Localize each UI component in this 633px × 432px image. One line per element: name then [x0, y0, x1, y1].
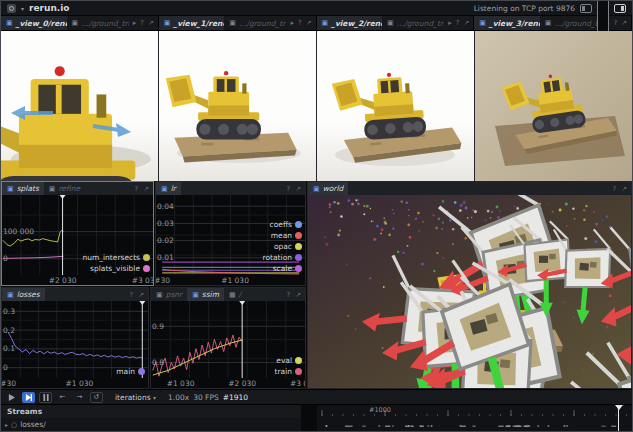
help-icon[interactable]: ? — [298, 19, 302, 27]
panel-metrics[interactable]: ▣psnr▣ssim▦/ ? ↗ 0.90.8#1 030#2 030#3 03… — [150, 287, 306, 389]
legend-color-dot — [295, 221, 302, 228]
tab-view-3-render[interactable]: ▣ _view_3/render — [474, 16, 540, 30]
legend-item-mean[interactable]: mean — [271, 231, 302, 240]
help-icon[interactable]: ? — [286, 185, 290, 193]
tab-lr[interactable]: ▣ lr — [156, 182, 181, 195]
tab-view-2-ground-truth[interactable]: ▣ …/ground_truth — [382, 16, 444, 30]
maximize-icon[interactable]: ↗ — [621, 19, 627, 27]
legend-item-scale[interactable]: scale — [273, 264, 302, 273]
menu-caret-icon[interactable]: ▾ — [21, 5, 24, 12]
playhead-marker[interactable] — [615, 405, 623, 410]
legend-item-rotation[interactable]: rotation — [263, 253, 302, 262]
help-icon[interactable]: ? — [129, 291, 133, 299]
tab-refine[interactable]: ▣refine — [44, 182, 85, 195]
tab-slash[interactable]: ▦/ — [224, 288, 246, 301]
view-0-render-image[interactable] — [1, 31, 159, 181]
legend-item-eval[interactable]: eval — [276, 356, 302, 365]
view-2d-icon: ▣ — [387, 19, 394, 27]
legend-item-opac[interactable]: opac — [274, 242, 302, 251]
tab-ssim[interactable]: ▣ssim — [187, 288, 224, 301]
toggle-right-panel-icon[interactable] — [614, 4, 626, 13]
legend-item-train[interactable]: train — [275, 367, 302, 376]
toggle-left-panel-icon[interactable] — [580, 4, 592, 13]
tab-view-2-render[interactable]: ▣ _view_2/render — [317, 16, 383, 30]
svg-text:0.2: 0.2 — [3, 326, 15, 335]
panel-world[interactable]: ▣ world ? ↗ — [307, 181, 632, 389]
help-icon[interactable]: ? — [456, 19, 460, 27]
expand-chevron-icon[interactable]: ▸ — [5, 421, 8, 428]
maximize-icon[interactable]: ↗ — [138, 291, 144, 299]
world-3d-viewport[interactable] — [308, 195, 631, 388]
view-1-render-image[interactable] — [159, 31, 317, 181]
play-icon[interactable]: ▸ — [290, 19, 294, 27]
stream-row-losses[interactable]: ▸ ○ losses/ — [1, 418, 301, 431]
panel-lr[interactable]: ▣ lr ? ↗ 0.040.030.020.01#30#1 030coeffs… — [155, 181, 306, 286]
timeline-ruler[interactable]: #1000 — [317, 405, 632, 432]
streams-resize-handle[interactable] — [301, 405, 317, 432]
legend-item-coeffs[interactable]: coeffs — [270, 220, 302, 229]
panel-splats[interactable]: ▣splats▣refine ? ↗ 100 0000#2 030#3 030n… — [1, 181, 154, 286]
loop-button[interactable]: ↺ — [90, 392, 103, 403]
maximize-icon[interactable]: ↗ — [295, 291, 301, 299]
help-icon[interactable]: ? — [286, 291, 290, 299]
step-back-button[interactable]: ← — [56, 392, 69, 403]
play-button[interactable] — [5, 392, 18, 403]
help-icon[interactable]: ? — [134, 185, 138, 193]
help-icon[interactable]: ? — [612, 185, 616, 193]
tab-view-1-render[interactable]: ▣ _view_1/render — [159, 16, 225, 30]
timeline-selector[interactable]: iterations ▾ — [115, 393, 156, 402]
legend-item-main[interactable]: main — [116, 367, 145, 376]
rerun-logo-icon[interactable] — [7, 4, 16, 13]
playback-speed[interactable]: 1.00x — [168, 393, 189, 402]
current-time[interactable]: #1910 — [223, 393, 248, 402]
help-icon[interactable]: ? — [613, 19, 617, 27]
help-icon[interactable]: ? — [140, 19, 144, 27]
svg-text:0.1: 0.1 — [3, 344, 15, 353]
connection-status: Listening on TCP port 9876 — [474, 4, 575, 13]
step-forward-button[interactable]: → — [73, 392, 86, 403]
view-3-ground-truth-image[interactable] — [475, 31, 632, 181]
tab-losses[interactable]: ▣ losses — [2, 288, 45, 301]
chevron-down-icon: ▾ — [153, 394, 156, 401]
tab-psnr[interactable]: ▣psnr — [151, 288, 187, 301]
lr-chart[interactable]: 0.040.030.020.01#30#1 030coeffsmeanopacr… — [156, 195, 305, 285]
plot-icon: ▣ — [192, 291, 199, 299]
panel-losses[interactable]: ▣ losses ? ↗ 0.30.20.10#30#1 030main — [1, 287, 149, 389]
ssim-legend: evaltrain — [275, 356, 302, 376]
maximize-icon[interactable]: ↗ — [148, 19, 154, 27]
image-views-row — [1, 31, 632, 181]
streams-panel: Streams ▸ ○ losses/ #1000 — [1, 404, 632, 432]
maximize-icon[interactable]: ↗ — [143, 185, 149, 193]
pause-button[interactable] — [39, 392, 52, 403]
view-3d-icon: ▣ — [313, 185, 320, 193]
play-icon[interactable]: ▸ — [133, 19, 137, 27]
metric-tab-label: ssim — [202, 290, 219, 299]
tab-splats[interactable]: ▣splats — [2, 182, 44, 195]
maximize-icon[interactable]: ↗ — [463, 19, 469, 27]
svg-text:#3 030: #3 030 — [290, 379, 305, 388]
tab-view-0-ground-truth[interactable]: ▣ …/ground_truth — [67, 16, 129, 30]
streams-tree: Streams ▸ ○ losses/ — [1, 405, 301, 432]
ssim-chart[interactable]: 0.90.8#1 030#2 030#3 030evaltrain — [151, 301, 305, 388]
tab-view-0-render[interactable]: ▣ _view_0/render — [1, 16, 67, 30]
grid-icon: ▦ — [229, 291, 236, 299]
plot-icon: ▣ — [7, 185, 14, 193]
maximize-icon[interactable]: ↗ — [295, 185, 301, 193]
tab-view-1-ground-truth[interactable]: ▣ …/ground_truth — [224, 16, 286, 30]
follow-button[interactable] — [22, 392, 35, 403]
lr-legend: coeffsmeanopacrotationscale — [263, 220, 302, 273]
bulldozer-ground-truth — [475, 31, 632, 181]
losses-chart[interactable]: 0.30.20.10#30#1 030main — [2, 301, 148, 388]
maximize-icon[interactable]: ↗ — [621, 185, 627, 193]
world-panel-header: ▣ world ? ↗ — [308, 182, 631, 195]
view-2d-icon: ▣ — [545, 19, 552, 27]
top-menu-bar: ▾ rerun.io Listening on TCP port 9876 — [1, 1, 632, 16]
view-2-render-image[interactable] — [317, 31, 475, 181]
legend-item-num_intersects[interactable]: num_intersects — [82, 253, 150, 262]
legend-item-splats_visible[interactable]: splats_visible — [90, 264, 150, 273]
tab-view-3-ground-truth[interactable]: ▣ …/ground_truth — [540, 16, 602, 30]
tab-world[interactable]: ▣ world — [308, 182, 348, 195]
splats-chart[interactable]: 100 0000#2 030#3 030num_intersectssplats… — [2, 195, 153, 285]
maximize-icon[interactable]: ↗ — [306, 19, 312, 27]
play-icon[interactable]: ▸ — [448, 19, 452, 27]
